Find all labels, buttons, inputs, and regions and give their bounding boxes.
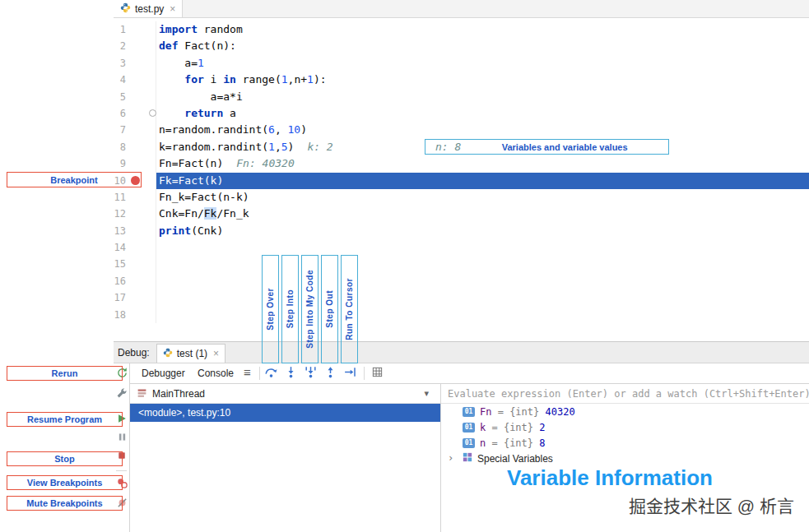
gutter-line-12[interactable]: 12 (114, 206, 156, 222)
code-editor[interactable]: 1import random2def Fact(n):3 a=14 for i … (114, 18, 809, 341)
gutter-line-14[interactable]: 14 (114, 239, 156, 256)
tab-debugger[interactable]: Debugger (142, 363, 185, 383)
code-line-17: 17 (114, 289, 809, 306)
special-variables-label: Special Variables (477, 453, 553, 465)
gutter-line-13[interactable]: 13 (114, 223, 156, 239)
layout-menu-icon[interactable]: ≡ (244, 365, 251, 379)
code-text[interactable]: Fn=Fact(n)Fn: 40320 (156, 155, 809, 172)
gutter-line-8[interactable]: 8 (114, 139, 156, 155)
stack-frame-selected[interactable]: <module>, test.py:10 (130, 404, 440, 422)
code-text[interactable]: for i in range(1,n+1): (156, 72, 809, 88)
editor-tab-title: test.py (135, 3, 164, 15)
annotation-step-out: Step Out (321, 255, 338, 363)
pycharm-window: test.py × 1import random2def Fact(n):3 a… (114, 0, 809, 532)
pause-program-button[interactable] (114, 431, 129, 446)
code-text[interactable]: import random (156, 21, 809, 38)
line-number: 16 (114, 275, 126, 287)
gutter-line-6[interactable]: 6 (114, 105, 156, 122)
gutter-line-5[interactable]: 5 (114, 89, 156, 105)
code-text[interactable]: Fn_k=Fact(n-k) (156, 189, 809, 206)
code-line-3: 3 a=1 (114, 55, 809, 72)
toolbar-separator (364, 367, 365, 380)
code-text[interactable]: return a (156, 105, 809, 122)
code-lines: 1import random2def Fact(n):3 a=14 for i … (114, 18, 809, 323)
debug-session-tab[interactable]: test (1) × (156, 344, 225, 363)
variables-list: 01Fn = {int} 4032001k = {int} 201n = {in… (441, 404, 809, 466)
gutter-line-3[interactable]: 3 (114, 55, 156, 72)
tab-close-icon[interactable]: × (170, 3, 175, 15)
step-out-button[interactable] (322, 365, 339, 382)
variable-row-n[interactable]: 01n = {int} 8 (441, 435, 809, 451)
watch-input[interactable]: Evaluate expression (Enter) or add a wat… (441, 384, 809, 404)
step-over-button[interactable] (263, 365, 280, 382)
code-text[interactable] (156, 307, 809, 323)
line-number: 1 (120, 24, 126, 35)
run-to-cursor-button[interactable] (342, 365, 359, 382)
gutter-line-1[interactable]: 1 (114, 21, 156, 38)
code-line-1: 1import random (114, 21, 809, 38)
gutter-line-18[interactable]: 18 (114, 307, 156, 323)
variable-row-k[interactable]: 01k = {int} 2 (441, 419, 809, 435)
variable-text: n = {int} 8 (480, 437, 546, 449)
code-text[interactable] (156, 273, 809, 289)
line-number: 6 (120, 108, 126, 119)
variable-text: k = {int} 2 (480, 422, 546, 433)
gutter-line-17[interactable]: 17 (114, 289, 156, 306)
code-line-14: 14 (114, 239, 809, 256)
editor-tab-bar: test.py × (114, 0, 809, 18)
special-variables-row[interactable]: ›Special Variables (441, 451, 809, 466)
gutter-line-9[interactable]: 9 (114, 155, 156, 172)
code-text[interactable] (156, 289, 809, 306)
debug-label: Debug: (114, 347, 156, 363)
chevron-down-icon[interactable]: ▾ (424, 388, 429, 399)
debug-tab-close-icon[interactable]: × (213, 348, 219, 359)
code-text[interactable]: n=random.randint(6, 10) (156, 122, 809, 138)
gutter-line-15[interactable]: 15 (114, 256, 156, 272)
primitive-type-icon: 01 (463, 423, 475, 433)
code-line-7: 7n=random.randint(6, 10) (114, 122, 809, 138)
gutter-line-7[interactable]: 7 (114, 122, 156, 138)
evaluate-expression-icon (371, 366, 384, 382)
pause-icon (117, 431, 128, 446)
step-into-my-code-icon (304, 365, 318, 382)
code-text[interactable]: a=a*i (156, 89, 809, 105)
annotation-variables-label: Variables and variable values (461, 142, 668, 152)
variable-row-Fn[interactable]: 01Fn = {int} 40320 (441, 404, 809, 419)
code-text[interactable]: Cnk=Fn/Fk/Fn_k (156, 206, 809, 222)
evaluate-expression-button[interactable] (369, 366, 385, 382)
toolbar-separator (116, 470, 127, 471)
expand-chevron-icon[interactable]: › (448, 452, 453, 464)
code-text[interactable]: a=1 (156, 55, 809, 72)
line-number: 2 (120, 40, 126, 52)
variable-text: Fn = {int} 40320 (480, 406, 575, 418)
code-text[interactable]: print(Cnk) (156, 223, 809, 239)
code-line-16: 16 (114, 273, 809, 289)
editor-tab-testpy[interactable]: test.py × (114, 0, 183, 17)
line-number: 18 (114, 309, 126, 321)
code-text[interactable] (156, 256, 809, 272)
python-run-icon (163, 348, 173, 360)
execution-line-code[interactable]: Fk=Fact(k) (156, 173, 809, 189)
tab-console[interactable]: Console (198, 363, 234, 383)
code-line-4: 4 for i in range(1,n+1): (114, 72, 809, 88)
gutter-line-4[interactable]: 4 (114, 72, 156, 88)
code-line-5: 5 a=a*i (114, 89, 809, 105)
code-text[interactable] (156, 239, 809, 256)
line-number: 17 (114, 292, 126, 303)
settings-button[interactable] (114, 387, 129, 402)
code-line-9: 9Fn=Fact(n)Fn: 40320 (114, 155, 809, 172)
settings-wrench-icon (116, 387, 128, 402)
annotation-step-into-my-code: Step Into My Code (301, 255, 318, 363)
gutter-line-11[interactable]: 11 (114, 189, 156, 206)
gutter-line-2[interactable]: 2 (114, 38, 156, 54)
thread-selector[interactable]: MainThread ▾ (130, 384, 440, 404)
annotation-step-into: Step Into (281, 255, 299, 363)
line-number: 14 (114, 242, 126, 253)
fold-marker-icon[interactable] (149, 109, 156, 117)
step-into-button[interactable] (282, 365, 300, 382)
step-out-icon (323, 365, 337, 382)
code-line-18: 18 (114, 307, 809, 323)
gutter-line-16[interactable]: 16 (114, 273, 156, 289)
step-into-my-code-button[interactable] (302, 365, 319, 382)
code-text[interactable]: def Fact(n): (156, 38, 809, 54)
